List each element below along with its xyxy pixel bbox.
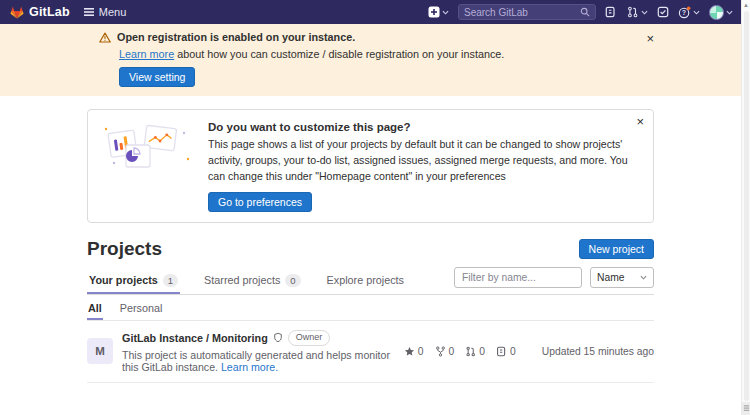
warning-triangle-icon [99,32,111,43]
scrollbar-down-arrow-icon [743,405,750,412]
todo-check-icon [657,6,669,18]
subtab-all[interactable]: All [87,295,103,320]
chevron-down-icon [442,10,449,15]
svg-text:?: ? [682,9,686,16]
brand-wordmark: GitLab [29,5,70,19]
updated-timestamp: Updated 15 minutes ago [542,346,654,357]
main-content: Do you want to customize this page? This… [87,96,654,415]
issues-count: 0 [510,346,516,357]
tab-explore-projects[interactable]: Explore projects [325,266,406,293]
owner-role-badge: Owner [288,330,331,346]
navbar-right: ? [428,4,733,20]
sort-dropdown[interactable]: Name [590,267,654,288]
plus-square-icon [428,6,440,18]
hamburger-icon [84,8,94,16]
user-avatar [709,5,724,20]
help-question-icon: ? [678,6,691,19]
project-avatar: M [87,338,113,364]
forks-stat[interactable]: 0 [435,346,455,357]
projects-subtabs: All Personal [87,295,654,321]
menu-button[interactable]: Menu [84,6,127,18]
your-projects-count-badge: 1 [163,274,178,287]
chevron-down-icon [640,275,647,280]
chevron-down-icon [693,10,700,15]
fork-icon [435,346,446,357]
search-icon [580,7,590,17]
scrollbar-up-arrow[interactable]: ▲ [743,0,749,10]
todos-nav-button[interactable] [657,6,669,18]
merge-requests-count: 0 [479,346,485,357]
customize-card-body: This page shows a list of your projects … [208,137,641,185]
scrollbar-down-button[interactable] [742,402,750,415]
page-title: Projects [87,238,162,260]
alert-title: Open registration is enabled on your ins… [117,31,355,43]
alert-body-text: about how you can customize / disable re… [174,48,504,60]
scrollbar-thumb[interactable] [744,11,749,401]
merge-requests-nav-button[interactable] [626,6,648,18]
issues-nav-button[interactable] [605,6,617,18]
gitlab-page: GitLab Menu [0,0,741,415]
card-close-icon[interactable]: × [636,115,644,128]
new-menu-button[interactable] [428,6,449,18]
alert-body: Learn more about how you can customize /… [119,48,654,60]
project-info: GitLab Instance / Monitoring Owner This … [122,330,404,373]
customize-card-content: Do you want to customize this page? This… [208,119,641,212]
registration-alert-banner: Open registration is enabled on your ins… [0,24,741,96]
issues-icon [496,346,507,357]
projects-tabs: Your projects 1 Starred projects 0 Explo… [87,266,654,295]
star-icon [404,346,415,357]
merge-request-icon [465,346,476,357]
starred-projects-count-badge: 0 [285,274,300,287]
gitlab-tanuki-icon [10,6,24,19]
gitlab-logo-link[interactable]: GitLab [10,5,70,19]
global-search[interactable] [458,4,596,20]
merge-request-icon [626,6,639,18]
project-name-link[interactable]: GitLab Instance / Monitoring [122,332,268,344]
charts-illustration [98,119,194,171]
go-to-preferences-button[interactable]: Go to preferences [208,192,312,212]
project-list-item[interactable]: M GitLab Instance / Monitoring Owner Thi… [87,321,654,383]
filter-by-name-input[interactable] [454,267,582,288]
alert-close-icon[interactable]: × [646,32,654,45]
user-menu-button[interactable] [709,5,733,20]
new-project-button[interactable]: New project [579,239,654,259]
view-setting-button[interactable]: View setting [119,67,195,87]
project-learn-more-link[interactable]: Learn more. [221,361,278,373]
subtab-personal[interactable]: Personal [119,295,164,320]
project-description: This project is automatically generated … [122,349,404,373]
chevron-down-icon [641,10,648,15]
tab-your-projects[interactable]: Your projects 1 [87,266,180,294]
menu-label: Menu [99,6,127,18]
tab-label: Starred projects [204,274,280,286]
top-navbar: GitLab Menu [0,0,741,24]
customize-page-card: Do you want to customize this page? This… [87,109,654,223]
learn-more-link[interactable]: Learn more [119,48,174,60]
tab-label: Explore projects [327,274,404,286]
chevron-down-icon [726,10,733,15]
customize-card-title: Do you want to customize this page? [208,121,641,133]
sort-value: Name [597,272,624,283]
page-scrollbar[interactable]: ▲ [741,0,750,415]
tab-label: Your projects [89,274,158,286]
issues-icon [605,6,617,18]
stars-count: 0 [418,346,424,357]
issues-stat[interactable]: 0 [496,346,516,357]
forks-count: 0 [449,346,455,357]
shield-icon [273,332,283,343]
search-input[interactable] [464,7,580,18]
project-stats: 0 0 [404,346,516,357]
merge-requests-stat[interactable]: 0 [465,346,485,357]
stars-stat[interactable]: 0 [404,346,424,357]
tab-starred-projects[interactable]: Starred projects 0 [202,266,303,294]
help-nav-button[interactable]: ? [678,6,700,19]
